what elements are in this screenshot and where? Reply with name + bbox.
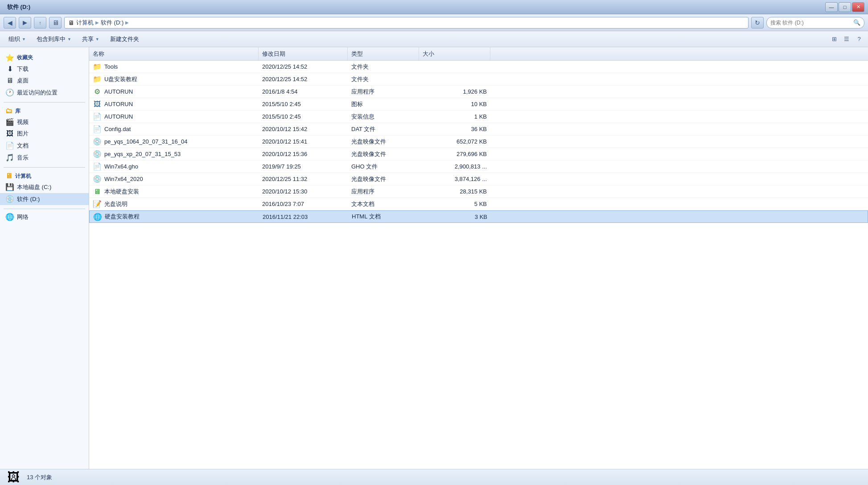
file-name-cell: 💿 pe_yqs_xp_20_07_31_15_53 bbox=[89, 148, 259, 160]
file-name-cell: 🖼 AUTORUN bbox=[89, 98, 259, 110]
file-name-text: Config.dat bbox=[104, 126, 131, 132]
table-row[interactable]: 🖥 本地硬盘安装 2020/10/12 15:30 应用程序 28,315 KB bbox=[89, 185, 868, 198]
sidebar-item-desktop[interactable]: 🖥 桌面 bbox=[0, 75, 89, 86]
col-size-label: 大小 bbox=[423, 50, 434, 58]
file-icon: 📄 bbox=[93, 125, 102, 133]
title-bar: 软件 (D:) — □ ✕ bbox=[0, 0, 868, 14]
file-date-cell: 2020/10/12 15:36 bbox=[259, 148, 348, 160]
sidebar-library-label: 库 bbox=[15, 107, 21, 115]
view-toggle-button[interactable]: ⊞ bbox=[829, 34, 839, 45]
drive-path[interactable]: 软件 (D:) bbox=[101, 19, 123, 27]
sidebar-divider-3 bbox=[4, 209, 85, 209]
sidebar-item-recent[interactable]: 🕐 最近访问的位置 bbox=[0, 86, 89, 99]
col-type-label: 类型 bbox=[351, 50, 363, 58]
file-name-text: AUTORUN bbox=[104, 88, 133, 95]
file-size-cell: 652,072 KB bbox=[419, 136, 490, 148]
file-type-cell: 光盘映像文件 bbox=[348, 173, 419, 185]
share-button[interactable]: 共享 ▼ bbox=[77, 33, 104, 45]
col-header-modified[interactable]: 修改日期 bbox=[259, 47, 348, 60]
file-name-cell: 📁 U盘安装教程 bbox=[89, 73, 259, 85]
organize-button[interactable]: 组织 ▼ bbox=[4, 33, 31, 45]
computer-path[interactable]: 计算机 bbox=[76, 19, 94, 27]
sidebar-item-video[interactable]: 🎬 视频 bbox=[0, 116, 89, 128]
file-name-text: AUTORUN bbox=[104, 113, 133, 120]
up-button[interactable]: ↑ bbox=[34, 17, 46, 29]
help-label: ? bbox=[857, 36, 860, 42]
pictures-icon: 🖼 bbox=[5, 130, 14, 138]
recent-button[interactable]: 🖥 bbox=[49, 17, 62, 29]
help-button[interactable]: ? bbox=[854, 34, 864, 45]
main-layout: ⭐ 收藏夹 ⬇ 下载 🖥 桌面 🕐 最近访问的位置 🗂 库 bbox=[0, 47, 868, 469]
table-row[interactable]: 📄 Win7x64.gho 2019/9/7 19:25 GHO 文件 2,90… bbox=[89, 160, 868, 173]
back-button[interactable]: ◀ bbox=[4, 17, 16, 29]
view-controls: ⊞ ☰ ? bbox=[829, 34, 864, 45]
include-library-button[interactable]: 包含到库中 ▼ bbox=[32, 33, 76, 45]
file-date-cell: 2016/1/8 4:54 bbox=[259, 86, 348, 98]
sidebar-item-network[interactable]: 🌐 网络 bbox=[0, 211, 89, 223]
close-button[interactable]: ✕ bbox=[852, 2, 864, 12]
file-date-cell: 2020/12/25 14:52 bbox=[259, 61, 348, 73]
file-name-cell: 🌐 硬盘安装教程 bbox=[90, 211, 259, 222]
file-type-cell: GHO 文件 bbox=[348, 160, 419, 173]
table-row[interactable]: 🌐 硬盘安装教程 2016/11/21 22:03 HTML 文档 3 KB bbox=[89, 210, 868, 223]
file-name-text: pe_yqs_1064_20_07_31_16_04 bbox=[104, 138, 188, 145]
file-icon: 🖥 bbox=[93, 188, 102, 196]
file-date-cell: 2016/10/23 7:07 bbox=[259, 198, 348, 210]
table-row[interactable]: ⚙ AUTORUN 2016/1/8 4:54 应用程序 1,926 KB bbox=[89, 86, 868, 98]
file-name-text: Win7x64.gho bbox=[104, 163, 138, 170]
table-row[interactable]: 💿 pe_yqs_xp_20_07_31_15_53 2020/10/12 15… bbox=[89, 148, 868, 160]
file-area: 名称 修改日期 类型 大小 📁 Tools 2020/12/25 14:52 文… bbox=[89, 47, 868, 469]
col-header-type[interactable]: 类型 bbox=[348, 47, 419, 60]
sidebar-divider-1 bbox=[4, 102, 85, 103]
refresh-button[interactable]: ↻ bbox=[751, 17, 764, 29]
disk-d-icon: 💿 bbox=[5, 195, 14, 203]
view-details-button[interactable]: ☰ bbox=[841, 34, 852, 45]
sidebar-network-section: 🌐 网络 bbox=[0, 211, 89, 223]
table-row[interactable]: 💿 Win7x64_2020 2020/12/25 11:32 光盘映像文件 3… bbox=[89, 173, 868, 185]
sidebar-local-disk-c-label: 本地磁盘 (C:) bbox=[17, 183, 51, 191]
sidebar-divider-2 bbox=[4, 167, 85, 168]
network-icon: 🌐 bbox=[5, 213, 14, 221]
share-label: 共享 bbox=[82, 35, 94, 43]
file-size-cell: 279,696 KB bbox=[419, 148, 490, 160]
forward-button[interactable]: ▶ bbox=[19, 17, 31, 29]
sidebar-item-pictures[interactable]: 🖼 图片 bbox=[0, 128, 89, 140]
sidebar-item-music[interactable]: 🎵 音乐 bbox=[0, 152, 89, 164]
sidebar-item-software-d[interactable]: 💿 软件 (D:) bbox=[0, 193, 89, 205]
disk-c-icon: 💾 bbox=[5, 183, 14, 191]
col-header-name[interactable]: 名称 bbox=[89, 47, 259, 60]
sidebar-music-label: 音乐 bbox=[17, 154, 29, 162]
table-row[interactable]: 💿 pe_yqs_1064_20_07_31_16_04 2020/10/12 … bbox=[89, 136, 868, 148]
address-path[interactable]: 🖥 计算机 ▶ 软件 (D:) ▶ bbox=[64, 17, 749, 29]
file-type-cell: 文件夹 bbox=[348, 73, 419, 85]
file-icon: 📝 bbox=[93, 200, 102, 208]
file-type-cell: 安装信息 bbox=[348, 111, 419, 123]
file-type-cell: 图标 bbox=[348, 98, 419, 110]
maximize-button[interactable]: □ bbox=[839, 2, 851, 12]
minimize-button[interactable]: — bbox=[825, 2, 838, 12]
sidebar-item-download[interactable]: ⬇ 下载 bbox=[0, 63, 89, 75]
table-row[interactable]: 📝 光盘说明 2016/10/23 7:07 文本文档 5 KB bbox=[89, 198, 868, 210]
sidebar-computer-header: 🖥 计算机 bbox=[0, 169, 89, 181]
include-library-label: 包含到库中 bbox=[37, 35, 66, 43]
music-icon: 🎵 bbox=[5, 153, 14, 162]
table-row[interactable]: 📁 Tools 2020/12/25 14:52 文件夹 bbox=[89, 61, 868, 73]
sidebar-item-documents[interactable]: 📄 文档 bbox=[0, 140, 89, 152]
col-name-label: 名称 bbox=[93, 50, 104, 58]
table-row[interactable]: 🖼 AUTORUN 2015/5/10 2:45 图标 10 KB bbox=[89, 98, 868, 111]
new-folder-button[interactable]: 新建文件夹 bbox=[105, 33, 144, 45]
file-name-cell: ⚙ AUTORUN bbox=[89, 86, 259, 98]
status-icon: 🖼 bbox=[7, 470, 20, 485]
search-box[interactable]: 🔍 bbox=[766, 17, 864, 29]
file-date-cell: 2020/10/12 15:30 bbox=[259, 185, 348, 197]
file-size-cell: 36 KB bbox=[419, 123, 490, 135]
table-row[interactable]: 📄 Config.dat 2020/10/12 15:42 DAT 文件 36 … bbox=[89, 123, 868, 136]
col-header-size[interactable]: 大小 bbox=[419, 47, 490, 60]
table-row[interactable]: 📁 U盘安装教程 2020/12/25 14:52 文件夹 bbox=[89, 73, 868, 86]
file-date-cell: 2020/10/12 15:42 bbox=[259, 123, 348, 135]
search-input[interactable] bbox=[770, 20, 852, 26]
sidebar-item-local-disk-c[interactable]: 💾 本地磁盘 (C:) bbox=[0, 181, 89, 193]
file-date-cell: 2020/10/12 15:41 bbox=[259, 136, 348, 148]
table-row[interactable]: 📄 AUTORUN 2015/5/10 2:45 安装信息 1 KB bbox=[89, 111, 868, 123]
sidebar-download-label: 下载 bbox=[17, 65, 29, 73]
